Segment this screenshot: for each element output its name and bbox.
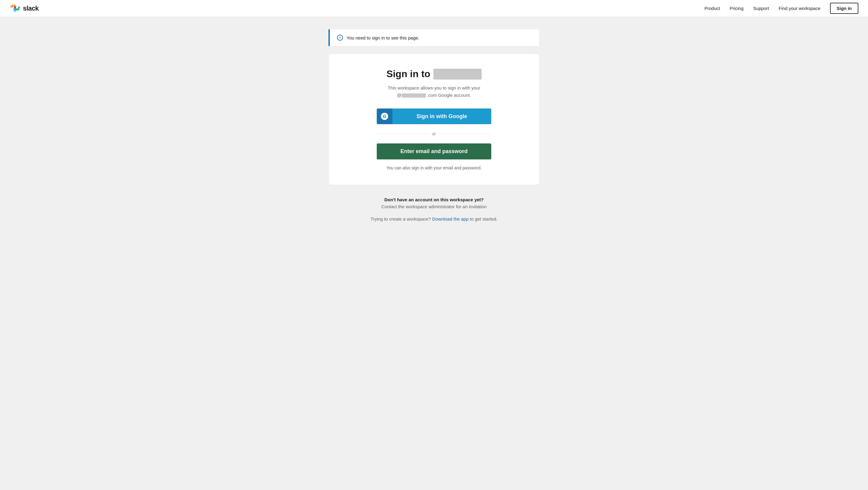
- nav-pricing[interactable]: Pricing: [730, 6, 744, 11]
- workspace-description: This workspace allows you to sign in wit…: [347, 84, 521, 99]
- info-banner-text: You need to sign in to see this page.: [347, 35, 419, 40]
- or-divider: or: [377, 131, 491, 136]
- no-account-text: Don't have an account on this workspace …: [344, 197, 524, 202]
- signin-title: Sign in to: [347, 68, 521, 80]
- google-g-letter: G: [381, 113, 388, 120]
- header-signin-button[interactable]: Sign in: [830, 3, 858, 14]
- logo-text: slack: [23, 4, 39, 12]
- nav-product[interactable]: Product: [704, 6, 720, 11]
- create-workspace-text: Trying to create a workspace? Download t…: [344, 216, 524, 221]
- contact-text: Contact the workspace administrator for …: [344, 204, 524, 209]
- signin-card: Sign in to This workspace allows you to …: [329, 54, 539, 185]
- nav-support[interactable]: Support: [753, 6, 769, 11]
- google-btn-label: Sign in with Google: [393, 109, 491, 124]
- divider-left: [377, 134, 429, 134]
- email-signin-button[interactable]: Enter email and password: [377, 144, 491, 159]
- info-banner: i You need to sign in to see this page.: [329, 29, 539, 47]
- info-icon: i: [337, 35, 343, 41]
- workspace-name-redacted: [433, 69, 482, 80]
- email-btn-label: Enter email and password: [400, 148, 467, 155]
- email-note: You can also sign in with your email and…: [347, 165, 521, 170]
- create-suffix: to get started.: [470, 216, 498, 221]
- divider-right: [439, 134, 491, 134]
- google-signin-button[interactable]: G Sign in with Google: [377, 109, 491, 124]
- main-nav: Product Pricing Support Find your worksp…: [704, 3, 858, 14]
- or-text: or: [432, 131, 436, 136]
- slack-logo-icon: [10, 3, 21, 14]
- nav-find-workspace[interactable]: Find your workspace: [779, 6, 820, 11]
- create-prefix: Trying to create a workspace?: [370, 216, 431, 221]
- header: slack Product Pricing Support Find your …: [0, 0, 868, 17]
- workspace-domain-redacted: [402, 93, 426, 98]
- main-content: i You need to sign in to see this page. …: [253, 17, 615, 240]
- google-icon-area: G: [377, 109, 393, 124]
- signin-title-prefix: Sign in to: [386, 68, 430, 80]
- download-app-link[interactable]: Download the app: [432, 216, 469, 221]
- logo[interactable]: slack: [10, 3, 39, 14]
- footer-section: Don't have an account on this workspace …: [344, 197, 524, 221]
